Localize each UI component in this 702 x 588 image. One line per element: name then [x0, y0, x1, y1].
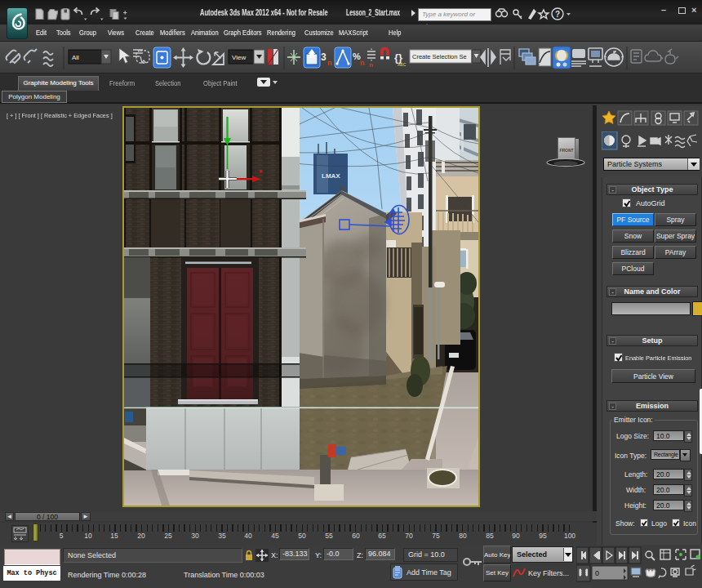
- svg-text:n: n: [369, 61, 373, 69]
- svg-text:0: 0: [595, 569, 599, 577]
- svg-text:All: All: [72, 54, 79, 61]
- svg-text:View: View: [232, 54, 246, 61]
- svg-text:ABC: ABC: [398, 62, 407, 67]
- svg-text:Create Selection Se: Create Selection Se: [412, 53, 467, 60]
- svg-text:n: n: [327, 59, 332, 67]
- svg-text:3: 3: [321, 51, 327, 63]
- svg-text:n: n: [360, 59, 365, 67]
- svg-text:LMAX: LMAX: [322, 172, 340, 180]
- svg-text:?: ?: [555, 10, 560, 19]
